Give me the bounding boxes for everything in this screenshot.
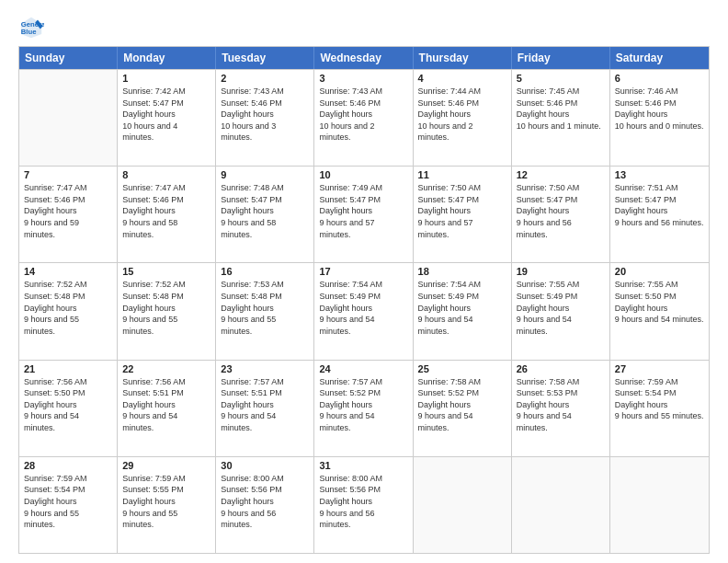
week-row-4: 28Sunrise: 7:59 AMSunset: 5:54 PMDayligh… — [19, 456, 709, 553]
header-day-thursday: Thursday — [414, 47, 512, 69]
page: General Blue SundayMondayTuesdayWednesda… — [0, 0, 728, 563]
cal-cell-23: 23Sunrise: 7:57 AMSunset: 5:51 PMDayligh… — [216, 361, 314, 456]
cal-cell-31: 31Sunrise: 8:00 AMSunset: 5:56 PMDayligh… — [314, 457, 413, 553]
header: General Blue — [18, 15, 710, 40]
week-row-3: 21Sunrise: 7:56 AMSunset: 5:50 PMDayligh… — [19, 360, 709, 456]
cal-cell-9: 9Sunrise: 7:48 AMSunset: 5:47 PMDaylight… — [216, 167, 314, 262]
day-number: 3 — [319, 73, 407, 84]
cal-cell-19: 19Sunrise: 7:55 AMSunset: 5:49 PMDayligh… — [512, 263, 610, 359]
cal-cell-6: 6Sunrise: 7:46 AMSunset: 5:46 PMDaylight… — [610, 70, 709, 166]
cell-info: Sunrise: 7:59 AMSunset: 5:54 PMDaylight … — [615, 376, 704, 422]
cell-info: Sunrise: 7:42 AMSunset: 5:47 PMDaylight … — [122, 86, 210, 144]
day-number: 10 — [319, 169, 407, 180]
day-number: 12 — [517, 169, 605, 180]
cell-info: Sunrise: 7:57 AMSunset: 5:51 PMDaylight … — [221, 376, 309, 434]
cell-info: Sunrise: 8:00 AMSunset: 5:56 PMDaylight … — [221, 473, 309, 531]
cal-cell-5: 5Sunrise: 7:45 AMSunset: 5:46 PMDaylight… — [512, 70, 610, 166]
calendar: SundayMondayTuesdayWednesdayThursdayFrid… — [18, 46, 710, 554]
cal-cell-8: 8Sunrise: 7:47 AMSunset: 5:46 PMDaylight… — [118, 167, 216, 262]
cell-info: Sunrise: 7:43 AMSunset: 5:46 PMDaylight … — [221, 86, 309, 144]
cell-info: Sunrise: 7:50 AMSunset: 5:47 PMDaylight … — [418, 182, 506, 240]
day-number: 23 — [221, 363, 309, 374]
cal-cell-26: 26Sunrise: 7:58 AMSunset: 5:53 PMDayligh… — [512, 361, 610, 456]
calendar-header: SundayMondayTuesdayWednesdayThursdayFrid… — [19, 47, 709, 69]
day-number: 29 — [122, 460, 210, 471]
day-number: 16 — [221, 266, 309, 277]
cal-cell-20: 20Sunrise: 7:55 AMSunset: 5:50 PMDayligh… — [610, 263, 709, 359]
cal-cell-1: 1Sunrise: 7:42 AMSunset: 5:47 PMDaylight… — [118, 70, 216, 166]
day-number: 11 — [418, 169, 506, 180]
day-number: 2 — [221, 73, 309, 84]
cal-cell-11: 11Sunrise: 7:50 AMSunset: 5:47 PMDayligh… — [414, 167, 512, 262]
cal-cell-16: 16Sunrise: 7:53 AMSunset: 5:48 PMDayligh… — [216, 263, 314, 359]
day-number: 6 — [615, 73, 704, 84]
day-number: 31 — [319, 460, 407, 471]
header-day-saturday: Saturday — [610, 47, 709, 69]
cell-info: Sunrise: 7:49 AMSunset: 5:47 PMDaylight … — [319, 182, 407, 240]
day-number: 21 — [24, 363, 112, 374]
cal-cell-14: 14Sunrise: 7:52 AMSunset: 5:48 PMDayligh… — [19, 263, 118, 359]
cal-cell-2: 2Sunrise: 7:43 AMSunset: 5:46 PMDaylight… — [216, 70, 314, 166]
cal-cell-24: 24Sunrise: 7:57 AMSunset: 5:52 PMDayligh… — [314, 361, 413, 456]
cal-cell-7: 7Sunrise: 7:47 AMSunset: 5:46 PMDaylight… — [19, 167, 118, 262]
day-number: 17 — [319, 266, 407, 277]
cell-info: Sunrise: 7:47 AMSunset: 5:46 PMDaylight … — [24, 182, 112, 240]
cal-cell-empty-4-6 — [610, 457, 709, 553]
logo: General Blue — [18, 15, 48, 40]
cell-info: Sunrise: 7:47 AMSunset: 5:46 PMDaylight … — [122, 182, 210, 240]
cal-cell-25: 25Sunrise: 7:58 AMSunset: 5:52 PMDayligh… — [414, 361, 512, 456]
day-number: 5 — [517, 73, 605, 84]
week-row-0: 1Sunrise: 7:42 AMSunset: 5:47 PMDaylight… — [19, 69, 709, 166]
day-number: 14 — [24, 266, 112, 277]
cell-info: Sunrise: 7:51 AMSunset: 5:47 PMDaylight … — [615, 182, 704, 228]
cell-info: Sunrise: 7:55 AMSunset: 5:49 PMDaylight … — [517, 279, 605, 337]
header-day-monday: Monday — [118, 47, 216, 69]
day-number: 26 — [517, 363, 605, 374]
header-day-wednesday: Wednesday — [314, 47, 413, 69]
cal-cell-13: 13Sunrise: 7:51 AMSunset: 5:47 PMDayligh… — [610, 167, 709, 262]
cell-info: Sunrise: 7:44 AMSunset: 5:46 PMDaylight … — [418, 86, 506, 144]
cal-cell-empty-0-0 — [19, 70, 118, 166]
cell-info: Sunrise: 7:43 AMSunset: 5:46 PMDaylight … — [319, 86, 407, 144]
week-row-2: 14Sunrise: 7:52 AMSunset: 5:48 PMDayligh… — [19, 262, 709, 359]
day-number: 13 — [615, 169, 704, 180]
cal-cell-15: 15Sunrise: 7:52 AMSunset: 5:48 PMDayligh… — [118, 263, 216, 359]
day-number: 20 — [615, 266, 704, 277]
cell-info: Sunrise: 7:52 AMSunset: 5:48 PMDaylight … — [24, 279, 112, 337]
cell-info: Sunrise: 7:45 AMSunset: 5:46 PMDaylight … — [517, 86, 605, 132]
cal-cell-30: 30Sunrise: 8:00 AMSunset: 5:56 PMDayligh… — [216, 457, 314, 553]
day-number: 18 — [418, 266, 506, 277]
cal-cell-17: 17Sunrise: 7:54 AMSunset: 5:49 PMDayligh… — [314, 263, 413, 359]
cell-info: Sunrise: 7:52 AMSunset: 5:48 PMDaylight … — [122, 279, 210, 337]
day-number: 4 — [418, 73, 506, 84]
cell-info: Sunrise: 7:59 AMSunset: 5:55 PMDaylight … — [122, 473, 210, 531]
day-number: 22 — [122, 363, 210, 374]
cal-cell-4: 4Sunrise: 7:44 AMSunset: 5:46 PMDaylight… — [414, 70, 512, 166]
cell-info: Sunrise: 7:48 AMSunset: 5:47 PMDaylight … — [221, 182, 309, 240]
header-day-friday: Friday — [512, 47, 610, 69]
header-day-tuesday: Tuesday — [216, 47, 314, 69]
cal-cell-27: 27Sunrise: 7:59 AMSunset: 5:54 PMDayligh… — [610, 361, 709, 456]
cell-info: Sunrise: 7:57 AMSunset: 5:52 PMDaylight … — [319, 376, 407, 434]
cal-cell-12: 12Sunrise: 7:50 AMSunset: 5:47 PMDayligh… — [512, 167, 610, 262]
svg-text:Blue: Blue — [21, 28, 37, 36]
header-day-sunday: Sunday — [19, 47, 118, 69]
cal-cell-29: 29Sunrise: 7:59 AMSunset: 5:55 PMDayligh… — [118, 457, 216, 553]
cal-cell-3: 3Sunrise: 7:43 AMSunset: 5:46 PMDaylight… — [314, 70, 413, 166]
cell-info: Sunrise: 7:59 AMSunset: 5:54 PMDaylight … — [24, 473, 112, 531]
cal-cell-22: 22Sunrise: 7:56 AMSunset: 5:51 PMDayligh… — [118, 361, 216, 456]
day-number: 8 — [122, 169, 210, 180]
cal-cell-28: 28Sunrise: 7:59 AMSunset: 5:54 PMDayligh… — [19, 457, 118, 553]
day-number: 9 — [221, 169, 309, 180]
cell-info: Sunrise: 7:50 AMSunset: 5:47 PMDaylight … — [517, 182, 605, 240]
cell-info: Sunrise: 8:00 AMSunset: 5:56 PMDaylight … — [319, 473, 407, 531]
cell-info: Sunrise: 7:56 AMSunset: 5:50 PMDaylight … — [24, 376, 112, 434]
cal-cell-18: 18Sunrise: 7:54 AMSunset: 5:49 PMDayligh… — [414, 263, 512, 359]
day-number: 1 — [122, 73, 210, 84]
day-number: 24 — [319, 363, 407, 374]
cell-info: Sunrise: 7:54 AMSunset: 5:49 PMDaylight … — [418, 279, 506, 337]
cal-cell-empty-4-4 — [414, 457, 512, 553]
cal-cell-21: 21Sunrise: 7:56 AMSunset: 5:50 PMDayligh… — [19, 361, 118, 456]
day-number: 15 — [122, 266, 210, 277]
cal-cell-empty-4-5 — [512, 457, 610, 553]
